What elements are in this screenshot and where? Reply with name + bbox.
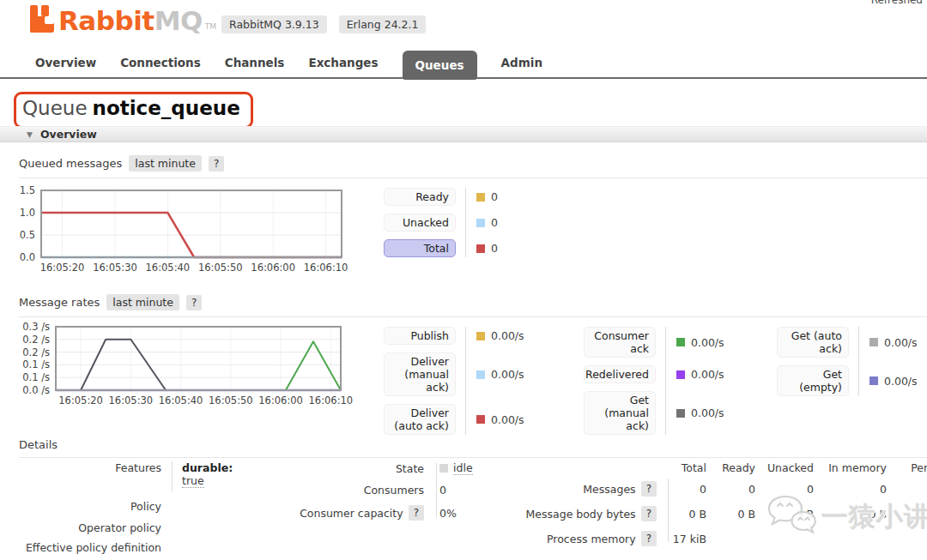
message-rates-title: Message rates (19, 296, 100, 309)
legend-value-get-empty: 0.00/s (869, 375, 918, 388)
state-value: idle (424, 461, 481, 475)
help-icon[interactable]: ? (209, 156, 224, 172)
legend-button-get-manual[interactable]: Get (manual ack) (584, 391, 656, 435)
rabbitmq-logo-icon (30, 5, 56, 37)
legend-value-publish: 0.00/s (476, 329, 524, 342)
help-icon[interactable]: ? (641, 481, 657, 497)
tab-overview[interactable]: Overview (35, 48, 96, 77)
svg-text:0.3 /s: 0.3 /s (22, 321, 50, 333)
svg-text:0.5: 0.5 (20, 229, 35, 241)
legend-button-redelivered[interactable]: Redelivered (584, 365, 656, 383)
svg-text:0.0: 0.0 (20, 251, 35, 263)
svg-text:0.1 /s: 0.1 /s (22, 358, 50, 370)
time-range-selector[interactable]: last minute (129, 155, 202, 172)
queued-messages-heading: Queued messages last minute ? (19, 155, 927, 178)
legend-button-publish[interactable]: Publish (384, 327, 456, 345)
rabbitmq-queue-page: Refreshed RabbitMQ TM RabbitMQ 3.9.13 Er… (0, 0, 927, 560)
section-overview-label: Overview (40, 128, 97, 141)
tab-queues[interactable]: Queues (403, 51, 477, 80)
legend-button-deliver-auto[interactable]: Deliver (auto ack) (384, 404, 456, 435)
durable-true-value: true (182, 474, 204, 488)
redelivered-color-swatch (676, 370, 685, 379)
operator-policy-label: Operator policy (0, 521, 161, 534)
tab-channels[interactable]: Channels (225, 48, 285, 77)
details-state-block: State idle Consumers 0 Consumer capacity… (258, 461, 481, 521)
message-rates-heading: Message rates last minute ? (19, 294, 927, 317)
rabbitmq-logo[interactable]: RabbitMQ TM (30, 5, 216, 37)
legend-value-deliver-manual: 0.00/s (476, 368, 524, 381)
queue-name: notice_queue (93, 97, 240, 119)
wechat-icon (765, 493, 820, 541)
legend-button-get-auto[interactable]: Get (auto ack) (777, 327, 849, 358)
rates-legend-col-1: Publish 0.00/s Deliver (manual ack) 0.00… (384, 327, 524, 435)
legend-button-unacked[interactable]: Unacked (384, 214, 456, 232)
main-nav: Overview Connections Channels Exchanges … (0, 50, 927, 79)
svg-text:16:05:20: 16:05:20 (40, 262, 85, 274)
rates-legend-col-3: Get (auto ack) 0.00/s Get (empty) 0.00/s (777, 327, 918, 396)
erlang-version-badge: Erlang 24.2.1 (339, 15, 427, 33)
help-icon[interactable]: ? (641, 506, 657, 521)
effective-policy-label: Effective policy definition (0, 541, 161, 554)
svg-text:16:06:00: 16:06:00 (251, 262, 295, 274)
features-value: durable: true (172, 461, 258, 491)
legend-value-total: 0 (476, 242, 498, 255)
deliver-manual-color-swatch (476, 370, 485, 379)
help-icon[interactable]: ? (641, 531, 657, 546)
legend-value-consumer-ack: 0.00/s (676, 336, 724, 349)
legend-button-get-empty[interactable]: Get (empty) (777, 365, 849, 396)
tab-exchanges[interactable]: Exchanges (308, 48, 378, 77)
svg-text:16:06:00: 16:06:00 (258, 394, 303, 406)
col-total: Total (665, 461, 706, 474)
svg-text:16:05:20: 16:05:20 (58, 394, 103, 406)
ready-color-swatch (476, 193, 485, 202)
svg-text:16:05:30: 16:05:30 (109, 394, 154, 406)
policy-label: Policy (0, 500, 161, 513)
details-features-block: Features durable: true Policy Operator p… (0, 461, 258, 560)
consumers-label: Consumers (258, 484, 424, 497)
publish-color-swatch (476, 332, 485, 340)
tab-connections[interactable]: Connections (120, 48, 201, 77)
rabbitmq-version-badge: RabbitMQ 3.9.13 (221, 15, 327, 33)
tab-admin[interactable]: Admin (501, 48, 542, 77)
col-unacked: Unacked (755, 461, 814, 474)
svg-text:16:05:40: 16:05:40 (159, 394, 203, 406)
svg-text:1.5: 1.5 (20, 184, 35, 196)
svg-text:16:05:30: 16:05:30 (93, 262, 137, 274)
logo-wordmark: RabbitMQ (58, 5, 203, 36)
help-icon[interactable]: ? (409, 505, 424, 521)
features-label: Features (0, 461, 161, 474)
queued-messages-legend: Ready 0 Unacked 0 Total 0 (384, 188, 498, 257)
legend-button-ready[interactable]: Ready (384, 188, 456, 206)
svg-text:16:05:40: 16:05:40 (146, 262, 191, 274)
consumer-ack-color-swatch (676, 338, 685, 346)
legend-button-deliver-manual[interactable]: Deliver (manual ack) (384, 352, 456, 396)
wechat-watermark: 一猿小讲 (765, 493, 927, 541)
annotation-highlight: Queuenotice_queue (14, 92, 253, 129)
trademark-label: TM (205, 22, 216, 31)
deliver-auto-color-swatch (476, 415, 485, 424)
details-title: Details (19, 438, 58, 451)
legend-button-consumer-ack[interactable]: Consumer ack (584, 327, 656, 358)
section-overview-toggle[interactable]: ▼ Overview (0, 126, 927, 142)
legend-button-total[interactable]: Total (384, 239, 456, 257)
legend-value-redelivered: 0.00/s (676, 368, 724, 381)
consumers-value: 0 (424, 484, 481, 497)
state-label: State (258, 462, 424, 475)
get-manual-color-swatch (676, 409, 685, 418)
help-icon[interactable]: ? (186, 295, 202, 310)
legend-value-ready: 0 (476, 190, 498, 203)
queued-messages-title: Queued messages (19, 157, 122, 170)
collapse-triangle-icon: ▼ (27, 130, 33, 139)
svg-text:0.1 /s: 0.1 /s (22, 371, 50, 383)
time-range-selector[interactable]: last minute (106, 294, 179, 310)
svg-text:16:05:50: 16:05:50 (198, 262, 243, 274)
message-rates-chart: 0.0 /s0.1 /s0.1 /s0.2 /s0.2 /s0.3 /s16:0… (3, 321, 380, 411)
get-empty-color-swatch (869, 376, 878, 385)
svg-text:0.2 /s: 0.2 /s (22, 346, 50, 358)
legend-value-get-manual: 0.00/s (676, 406, 724, 419)
col-persistent: Persistent (887, 461, 927, 474)
col-in-memory: In memory (814, 461, 887, 474)
legend-value-unacked: 0 (476, 216, 498, 229)
svg-text:1.0: 1.0 (20, 207, 35, 219)
svg-text:0.0 /s: 0.0 /s (22, 384, 50, 396)
